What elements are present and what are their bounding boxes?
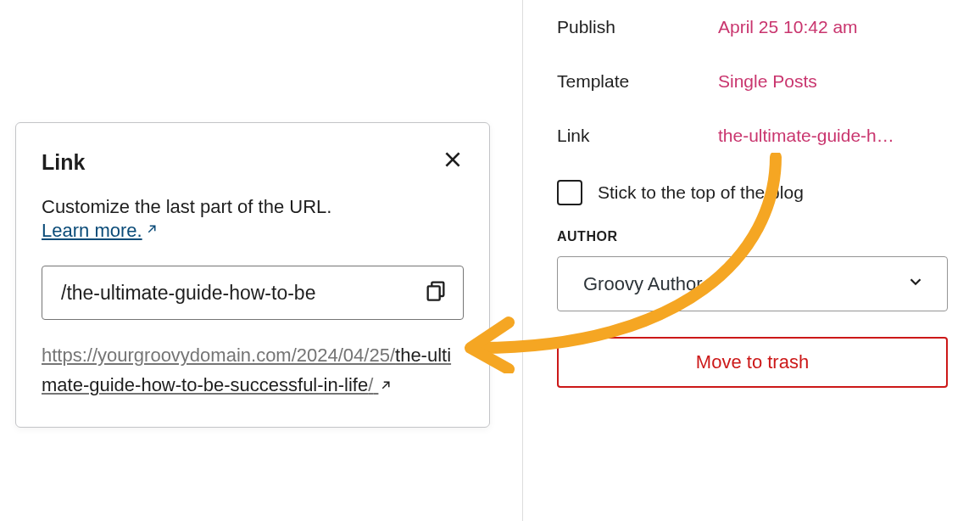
svg-line-2: [148, 226, 155, 232]
publish-label: Publish: [557, 17, 718, 37]
settings-sidebar: Publish April 25 10:42 am Template Singl…: [522, 0, 972, 521]
slug-value: /the-ultimate-guide-how-to-be: [61, 282, 315, 305]
chevron-down-icon: [906, 272, 925, 296]
template-label: Template: [557, 71, 718, 92]
external-link-icon: [378, 372, 393, 401]
close-icon[interactable]: [442, 148, 464, 176]
link-label: Link: [557, 126, 718, 146]
link-popover: Link Customize the last part of the URL.…: [15, 122, 490, 428]
stick-row[interactable]: Stick to the top of the blog: [557, 163, 948, 229]
author-value: Groovy Author: [583, 273, 703, 295]
learn-more-text: Learn more.: [42, 220, 142, 242]
url-suffix: /: [368, 374, 373, 395]
link-value: the-ultimate-guide-h…: [718, 126, 894, 146]
svg-rect-4: [428, 286, 440, 300]
url-prefix: https://yourgroovydomain.com/2024/04/25/: [42, 345, 395, 366]
popover-header: Link: [42, 148, 464, 176]
trash-label: Move to trash: [696, 351, 809, 373]
permalink-slug-input[interactable]: /the-ultimate-guide-how-to-be: [42, 266, 464, 320]
copy-icon[interactable]: [424, 278, 448, 307]
template-value: Single Posts: [718, 71, 817, 92]
author-select[interactable]: Groovy Author: [557, 256, 948, 311]
external-link-icon: [144, 220, 159, 242]
popover-desc: Customize the last part of the URL.: [42, 196, 464, 218]
template-row[interactable]: Template Single Posts: [557, 54, 948, 109]
svg-line-5: [383, 382, 390, 389]
stick-label: Stick to the top of the blog: [598, 182, 804, 203]
stick-checkbox[interactable]: [557, 180, 582, 205]
learn-more-link[interactable]: Learn more.: [42, 220, 159, 242]
move-to-trash-button[interactable]: Move to trash: [557, 337, 948, 388]
popover-title: Link: [42, 150, 85, 175]
link-row[interactable]: Link the-ultimate-guide-h…: [557, 109, 948, 163]
publish-row[interactable]: Publish April 25 10:42 am: [557, 0, 948, 54]
full-permalink-link[interactable]: https://yourgroovydomain.com/2024/04/25/…: [42, 340, 464, 401]
publish-value: April 25 10:42 am: [718, 17, 858, 37]
author-heading: AUTHOR: [557, 229, 948, 256]
